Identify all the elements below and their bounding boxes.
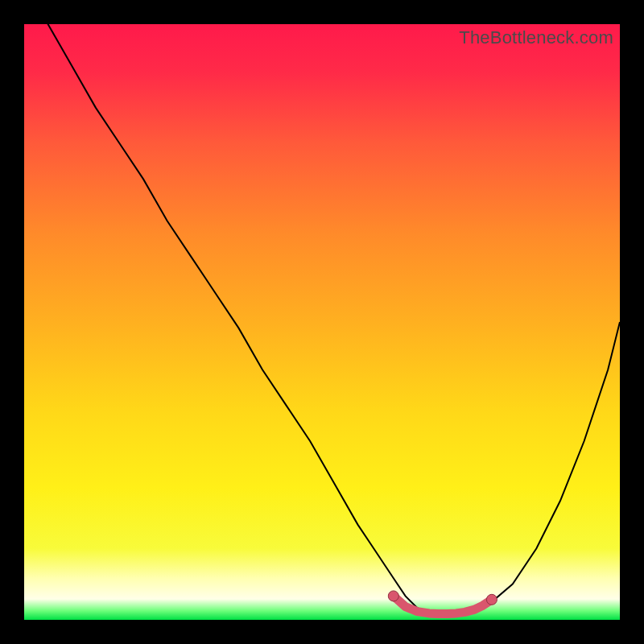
- bottleneck-chart: [24, 24, 620, 620]
- chart-frame: TheBottleneck.com: [24, 24, 620, 620]
- optimal-range-end-dot: [388, 591, 398, 601]
- optimal-range-end-dot: [486, 594, 497, 605]
- watermark-text: TheBottleneck.com: [459, 27, 613, 48]
- gradient-background: [24, 24, 620, 620]
